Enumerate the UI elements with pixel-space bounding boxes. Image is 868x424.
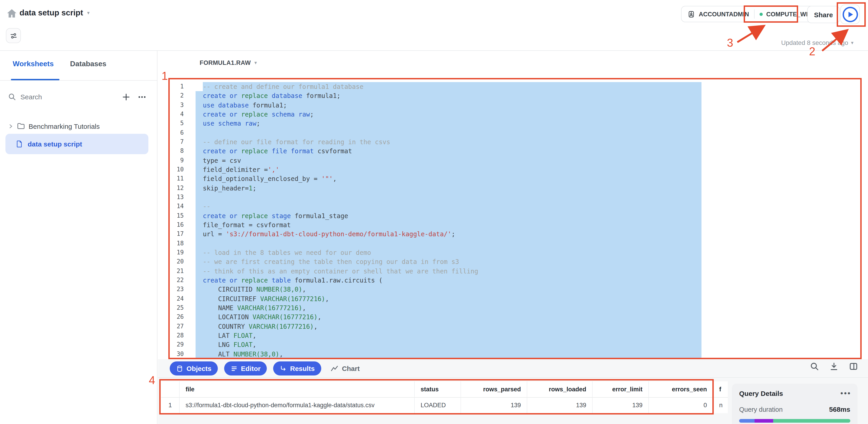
line-number: 25: [170, 303, 184, 313]
page-title: data setup script: [20, 8, 83, 18]
code-text: file_format = csvformat: [203, 220, 291, 230]
line-number: 14: [170, 202, 184, 211]
objects-toggle-button[interactable]: Objects: [170, 361, 218, 376]
role-badge-icon: [687, 10, 695, 18]
code-text: use schema raw;: [203, 119, 260, 128]
warehouse-status-dot: [760, 12, 763, 15]
database-schema-selector[interactable]: FORMULA1.RAW ▾: [199, 59, 257, 66]
selection-highlight: [195, 340, 702, 349]
column-header-status: status: [415, 381, 461, 398]
share-label: Share: [814, 11, 833, 19]
column-header-f: f: [713, 381, 728, 398]
results-toggle-button[interactable]: Results: [273, 361, 321, 376]
results-action-icons: [810, 362, 858, 371]
sidebar-tabs: WorksheetsDatabases: [13, 60, 106, 68]
selection-highlight: [195, 331, 702, 340]
code-line: 26 LOCATION VARCHAR(16777216),: [170, 313, 860, 322]
download-results-icon[interactable]: [830, 362, 838, 371]
chart-toggle-button[interactable]: Chart: [330, 365, 360, 372]
line-number: 5: [170, 119, 184, 128]
tab-worksheets[interactable]: Worksheets: [13, 60, 54, 68]
database-icon: [176, 365, 183, 372]
chart-label: Chart: [342, 365, 360, 372]
selection-highlight: [195, 128, 702, 137]
search-results-icon[interactable]: [810, 362, 819, 371]
sidebar: WorksheetsDatabases Search: [0, 51, 157, 424]
line-number: 24: [170, 294, 184, 303]
code-line: 29 LNG FLOAT,: [170, 340, 860, 349]
code-line: 21-- think of this as an empty container…: [170, 266, 860, 276]
query-duration-label: Query duration: [739, 405, 783, 413]
filters-button[interactable]: [6, 28, 21, 43]
code-text: COUNTRY VARCHAR(16777216),: [203, 322, 318, 331]
home-button[interactable]: [4, 6, 19, 21]
code-text: -- define our file format for reading in…: [203, 137, 390, 147]
line-number: 19: [170, 248, 184, 257]
duration-bar-segment: [739, 419, 755, 423]
search-icon: [8, 93, 16, 100]
sidebar-item-data-setup-script[interactable]: data setup script: [5, 134, 148, 154]
line-number: 20: [170, 257, 184, 266]
share-button[interactable]: Share: [807, 6, 840, 23]
code-text: CIRCUITID NUMBER(38,0),: [203, 285, 306, 294]
run-button[interactable]: [840, 4, 860, 24]
code-text: create or replace stage formula1_stage: [203, 211, 348, 220]
selection-highlight: [195, 193, 702, 202]
code-text: skip_header=1;: [203, 184, 256, 193]
results-label: Results: [290, 365, 315, 372]
updated-text: Updated 8 seconds ago: [781, 39, 848, 46]
duration-bar-segment: [773, 419, 850, 423]
code-text: field_optionally_enclosed_by = '"',: [203, 174, 337, 184]
chart-line-icon: [330, 365, 338, 372]
code-line: 6: [170, 128, 860, 137]
line-number: 30: [170, 349, 184, 359]
column-header-rows_loaded: rows_loaded: [527, 381, 593, 398]
line-number: 27: [170, 322, 184, 331]
line-number: 8: [170, 147, 184, 156]
code-line: 5use schema raw;: [170, 119, 860, 128]
chevron-down-icon: ▾: [851, 40, 854, 45]
tab-databases[interactable]: Databases: [70, 60, 106, 68]
worksheet-title-dropdown[interactable]: data setup script ▾: [20, 8, 90, 18]
code-line: 10field_delimiter =',': [170, 165, 860, 174]
code-text: -- we are first creating the table then …: [203, 257, 459, 266]
code-line: 15create or replace stage formula1_stage: [170, 211, 860, 220]
code-line: 17url = 's3://formula1-dbt-cloud-python-…: [170, 230, 860, 239]
code-text: LOCATION VARCHAR(16777216),: [203, 313, 321, 322]
updated-status-dropdown[interactable]: Updated 8 seconds ago ▾: [781, 39, 854, 46]
table-row[interactable]: 1s3://formula1-dbt-cloud-python-demo/for…: [161, 398, 728, 413]
code-line: 12skip_header=1;: [170, 184, 860, 193]
line-number: 10: [170, 165, 184, 174]
code-text: create or replace database formula1;: [203, 91, 341, 101]
code-line: 22create or replace table formula1.raw.c…: [170, 276, 860, 285]
code-line: 27 COUNTRY VARCHAR(16777216),: [170, 322, 860, 331]
play-icon: [842, 7, 858, 22]
new-worksheet-button[interactable]: [121, 92, 132, 102]
sidebar-more-button[interactable]: [136, 92, 148, 102]
role-label: ACCOUNTADMIN: [699, 11, 749, 18]
sidebar-item-benchmarking-tutorials[interactable]: Benchmarking Tutorials: [4, 118, 100, 134]
code-line: 3use database formula1;: [170, 100, 860, 110]
code-text: type = csv: [203, 156, 241, 165]
ellipsis-icon: [137, 93, 147, 101]
objects-label: Objects: [186, 365, 212, 372]
split-columns-icon[interactable]: [849, 362, 858, 371]
table-cell: s3://formula1-dbt-cloud-python-demo/form…: [180, 398, 415, 413]
chevron-down-icon: ▾: [87, 10, 90, 16]
line-number: 22: [170, 276, 184, 285]
worksheet-doc-icon: [16, 140, 23, 148]
code-line: 1-- create and define our formula1 datab…: [170, 82, 860, 91]
context-selector[interactable]: ACCOUNTADMIN COMPUTE_WH: [681, 6, 817, 22]
code-text: create or replace file format csvformat: [203, 147, 352, 156]
search-input[interactable]: Search: [8, 89, 130, 104]
query-details-menu-icon[interactable]: •••: [840, 391, 851, 396]
line-number: 26: [170, 313, 184, 322]
code-text: ALT NUMBER(38,0),: [203, 349, 283, 359]
sql-code-editor[interactable]: 1-- create and define our formula1 datab…: [170, 82, 860, 359]
selection-highlight: [195, 202, 702, 211]
editor-toggle-button[interactable]: Editor: [224, 361, 267, 376]
query-details-card: Query Details ••• Query duration 568ms: [732, 384, 858, 424]
sliders-icon: [9, 32, 18, 40]
worksheet-label: data setup script: [28, 140, 82, 148]
table-cell: 1: [161, 398, 180, 413]
